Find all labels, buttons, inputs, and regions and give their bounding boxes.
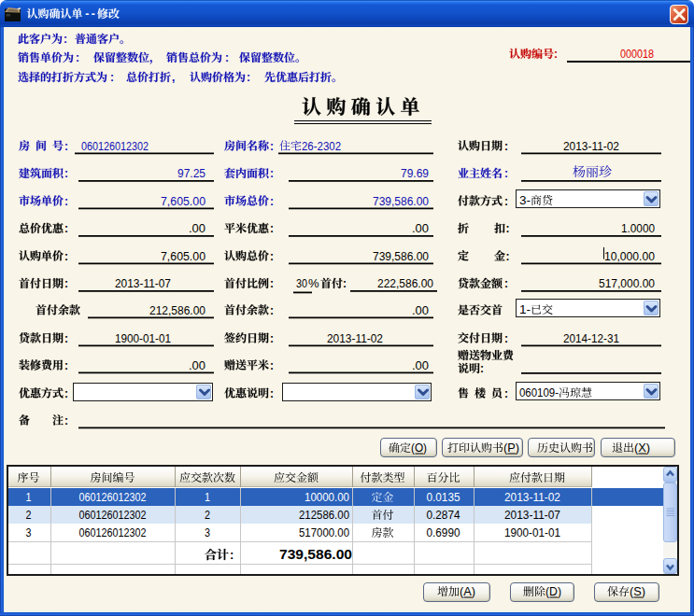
svg-text:.00: .00: [189, 221, 205, 235]
svg-text::: :: [270, 250, 274, 263]
svg-text::: :: [64, 359, 68, 372]
svg-text:7,605.00: 7,605.00: [161, 194, 205, 208]
svg-text::: :: [110, 71, 114, 84]
svg-text:(S): (S): [630, 585, 645, 598]
svg-text::: :: [64, 222, 68, 235]
svg-text:3: 3: [205, 525, 210, 539]
svg-text::: :: [270, 277, 274, 290]
svg-text::: :: [343, 277, 347, 290]
svg-text::: :: [64, 414, 68, 427]
svg-text:1900-01-01: 1900-01-01: [115, 331, 171, 345]
svg-text:739,586.00: 739,586.00: [373, 249, 429, 263]
svg-text:212,586.00: 212,586.00: [149, 303, 205, 317]
svg-text::: :: [64, 250, 68, 263]
svg-text::: :: [504, 277, 508, 290]
svg-text:1-: 1-: [519, 302, 531, 316]
svg-text:1: 1: [26, 490, 32, 504]
svg-text:2013-11-02: 2013-11-02: [327, 331, 383, 345]
svg-text::: :: [64, 277, 68, 290]
svg-text::: :: [504, 332, 508, 345]
svg-text::: :: [64, 387, 68, 400]
svg-text::: :: [64, 332, 68, 345]
svg-text:.00: .00: [412, 221, 429, 235]
svg-text:.00: .00: [189, 358, 205, 372]
svg-text::: :: [230, 548, 234, 562]
svg-text::: :: [506, 222, 510, 235]
svg-text::: :: [247, 71, 250, 84]
svg-text:000018: 000018: [620, 47, 654, 61]
svg-text::: :: [480, 362, 484, 375]
svg-text:0.2874: 0.2874: [427, 508, 460, 522]
svg-text:,: ,: [172, 71, 175, 84]
svg-text:3: 3: [26, 525, 32, 539]
svg-text:060126012302: 060126012302: [81, 139, 149, 153]
svg-text:10,000.00: 10,000.00: [604, 249, 655, 263]
svg-text:222,586.00: 222,586.00: [377, 276, 433, 290]
svg-text:060126012302: 060126012302: [79, 490, 147, 504]
svg-text::: :: [76, 51, 79, 64]
svg-text:1.0000: 1.0000: [621, 221, 655, 235]
svg-text::: :: [64, 140, 68, 153]
svg-text:2014-12-31: 2014-12-31: [563, 331, 619, 345]
svg-text:060126012302: 060126012302: [79, 508, 147, 522]
svg-text:1900-01-01: 1900-01-01: [504, 525, 560, 539]
svg-text:(X): (X): [634, 441, 650, 455]
svg-text:517,000.00: 517,000.00: [599, 276, 655, 290]
svg-text::: :: [270, 359, 274, 372]
svg-text:(D): (D): [545, 585, 561, 598]
svg-text:26-2302: 26-2302: [302, 139, 341, 153]
svg-text:0.0135: 0.0135: [427, 490, 460, 504]
svg-text::: :: [504, 167, 508, 180]
svg-text:2013-11-07: 2013-11-07: [115, 276, 171, 290]
svg-text:30: 30: [296, 276, 307, 290]
svg-text::: :: [504, 387, 508, 400]
svg-text:739,586.00: 739,586.00: [279, 547, 352, 562]
svg-text:3-: 3-: [519, 193, 531, 207]
svg-text:060126012302: 060126012302: [79, 525, 147, 539]
svg-text::: :: [270, 222, 274, 235]
svg-text:79.69: 79.69: [401, 166, 429, 180]
svg-text::: :: [64, 167, 68, 180]
svg-text::: :: [64, 33, 67, 46]
svg-text:2013-11-02: 2013-11-02: [504, 490, 560, 504]
svg-text:739,586.00: 739,586.00: [373, 194, 429, 208]
svg-text:10000.00: 10000.00: [305, 490, 349, 504]
svg-text:7,605.00: 7,605.00: [161, 249, 205, 263]
svg-text::: :: [554, 48, 558, 61]
svg-text:(O): (O): [411, 441, 427, 455]
svg-text:2013-11-02: 2013-11-02: [563, 139, 619, 153]
svg-text:(P): (P): [503, 441, 519, 455]
svg-text::: :: [506, 250, 510, 263]
svg-text:.00: .00: [412, 358, 429, 372]
svg-text:2: 2: [26, 508, 32, 522]
svg-text::: :: [504, 195, 508, 208]
svg-text::: :: [270, 195, 274, 208]
svg-text:2: 2: [205, 508, 210, 522]
svg-text::: :: [270, 167, 274, 180]
svg-text::: :: [64, 195, 68, 208]
svg-text:.00: .00: [412, 303, 429, 317]
svg-text::: :: [270, 140, 274, 153]
svg-text:(A): (A): [460, 585, 475, 598]
svg-text:517000.00: 517000.00: [299, 525, 349, 539]
svg-text::: :: [270, 387, 274, 400]
svg-text:--: --: [84, 8, 96, 21]
svg-text::: :: [225, 51, 229, 64]
svg-text:212586.00: 212586.00: [299, 508, 349, 522]
svg-text::: :: [270, 304, 274, 317]
svg-text:%: %: [308, 276, 319, 290]
svg-text::: :: [270, 332, 274, 345]
svg-text:0.6990: 0.6990: [427, 525, 460, 539]
svg-text::: :: [504, 140, 508, 153]
svg-text:060109-: 060109-: [519, 385, 559, 399]
svg-text:97.25: 97.25: [177, 166, 205, 180]
svg-text:1: 1: [205, 490, 210, 504]
svg-text:2013-11-07: 2013-11-07: [504, 508, 560, 522]
